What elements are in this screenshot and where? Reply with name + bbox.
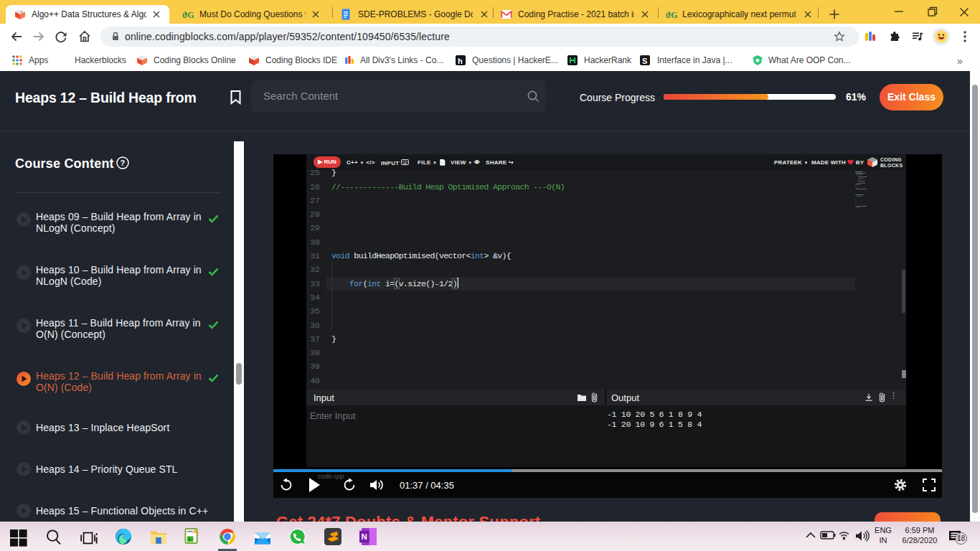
svg-text:ϑG: ϑG bbox=[666, 10, 677, 20]
svg-text:S: S bbox=[642, 57, 647, 65]
svg-text:?: ? bbox=[121, 159, 126, 167]
svg-text:h: h bbox=[458, 57, 463, 65]
svg-text:N: N bbox=[362, 532, 367, 541]
svg-text:ϑG: ϑG bbox=[182, 10, 194, 20]
